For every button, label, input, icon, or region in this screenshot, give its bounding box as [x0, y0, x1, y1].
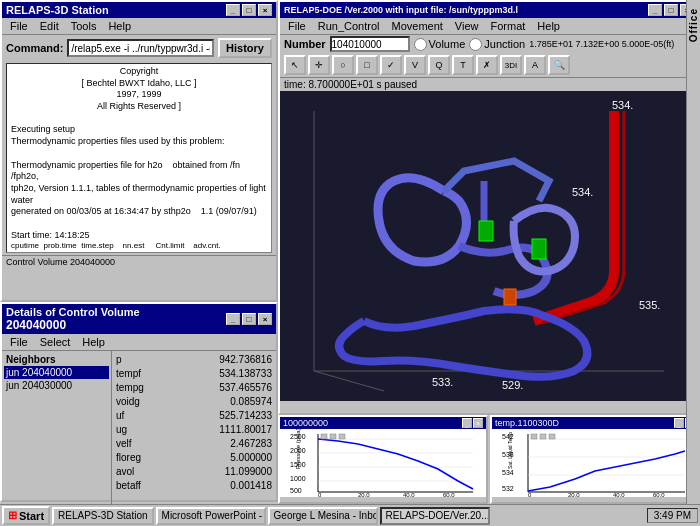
maximize-button[interactable]: □	[242, 4, 256, 16]
toolbar-check-btn[interactable]: ✓	[380, 55, 402, 75]
main-titlebar-buttons: _ □ ×	[226, 4, 272, 16]
taskbar-btn-3[interactable]: RELAPS-DOE/Ver.20...	[380, 507, 490, 525]
viewer-menu-run[interactable]: Run_Control	[314, 19, 384, 33]
history-button[interactable]: History	[218, 38, 272, 58]
svg-rect-30	[330, 434, 336, 439]
office-sidebar: Office	[686, 0, 700, 504]
taskbar-btn-2[interactable]: George L Mesina - Inbox -...	[268, 507, 378, 525]
cv-menu-select[interactable]: Select	[36, 335, 75, 349]
command-label: Command:	[6, 42, 63, 54]
menu-file[interactable]: File	[6, 19, 32, 33]
toolbar-arrow-btn[interactable]: ↖	[284, 55, 306, 75]
svg-rect-47	[531, 434, 537, 439]
number-label: Number	[284, 38, 326, 50]
volume-radio[interactable]	[414, 38, 427, 51]
office-label: Office	[688, 8, 699, 42]
svg-text:533.: 533.	[432, 376, 453, 388]
scene-svg: 534. 534. 533. 529. 535.	[280, 91, 698, 401]
junction-value: 1.785E+01 7.132E+00 5.000E-05(ft)	[529, 39, 674, 49]
cv-menu-help[interactable]: Help	[78, 335, 109, 349]
cv-neighbors-title: Neighbors	[4, 353, 109, 366]
svg-text:Pressure (psia): Pressure (psia)	[295, 429, 301, 469]
viewer-toolbar: ↖ ✛ ○ □ ✓ V Q T ✗ 3DI A 🔍	[280, 53, 698, 77]
viewer-minimize-button[interactable]: _	[648, 4, 662, 16]
viewer-menu-format[interactable]: Format	[487, 19, 530, 33]
svg-rect-48	[540, 434, 546, 439]
toolbar-v-btn[interactable]: V	[404, 55, 426, 75]
cv-menu-file[interactable]: File	[6, 335, 32, 349]
graph-temp-title: temp.1100300D	[495, 418, 559, 428]
graph-pressure-titlebar: 100000000 _ ×	[280, 417, 486, 429]
svg-text:534.: 534.	[612, 99, 633, 111]
toolbar-t-btn[interactable]: T	[452, 55, 474, 75]
main-window: RELAPS-3D Station _ □ × File Edit Tools …	[0, 0, 278, 302]
toolbar-circle-btn[interactable]: ○	[332, 55, 354, 75]
graphs-row: 100000000 _ × 2500 2000 1500 1000 500 Pr…	[278, 415, 700, 504]
cv-data-p: p 942.736816	[116, 353, 272, 367]
cv-data-betaff: betaff 0.001418	[116, 479, 272, 493]
cv-content: Neighbors jun 204040000 jun 204030000 p …	[2, 351, 276, 509]
graph2-minimize[interactable]: _	[674, 418, 684, 428]
viewer-menu-file[interactable]: File	[284, 19, 310, 33]
cv-data-floreg: floreg 5.000000	[116, 451, 272, 465]
cv-maximize-button[interactable]: □	[242, 313, 256, 325]
viewer-number-section: Number Volume Junction 1.785E+01 7.132E+…	[280, 35, 698, 53]
svg-rect-31	[339, 434, 345, 439]
toolbar-3di-btn[interactable]: 3DI	[500, 55, 522, 75]
graph1-minimize[interactable]: _	[462, 418, 472, 428]
number-input[interactable]	[330, 36, 410, 52]
cv-neighbors-panel: Neighbors jun 204040000 jun 204030000	[2, 351, 112, 509]
toolbar-x-btn[interactable]: ✗	[476, 55, 498, 75]
toolbar-select-btn[interactable]: ✛	[308, 55, 330, 75]
viewer-menu-view[interactable]: View	[451, 19, 483, 33]
toolbar-zoom-btn[interactable]: 🔍	[548, 55, 570, 75]
menu-help[interactable]: Help	[104, 19, 135, 33]
svg-text:20.0: 20.0	[358, 492, 370, 497]
svg-rect-5	[532, 239, 546, 259]
cv-data-panel: p 942.736816 tempf 534.138733 tempg 537.…	[112, 351, 276, 509]
svg-rect-6	[504, 289, 516, 305]
taskbar-btn-1[interactable]: Microsoft PowerPoint - [R...	[156, 507, 266, 525]
svg-text:60.0: 60.0	[443, 492, 455, 497]
menu-edit[interactable]: Edit	[36, 19, 63, 33]
toolbar-rect-btn[interactable]: □	[356, 55, 378, 75]
command-input[interactable]	[67, 39, 214, 57]
cv-data-tempf: tempf 534.138733	[116, 367, 272, 381]
svg-rect-29	[321, 434, 327, 439]
cv-neighbor-0[interactable]: jun 204040000	[4, 366, 109, 379]
start-button[interactable]: ⊞ Start	[2, 506, 50, 525]
svg-text:529.: 529.	[502, 379, 523, 391]
cv-minimize-button[interactable]: _	[226, 313, 240, 325]
viewer-maximize-button[interactable]: □	[664, 4, 678, 16]
main-output-text: Copyright [ Bechtel BWXT Idaho, LLC ] 19…	[11, 66, 267, 253]
menu-tools[interactable]: Tools	[67, 19, 101, 33]
taskbar-btn-0[interactable]: RELAPS-3D Station	[52, 507, 154, 525]
control-volume-status: Control Volume 204040000	[6, 257, 115, 267]
cv-title-text: Details of Control Volume 204040000	[6, 306, 140, 332]
toolbar-a-btn[interactable]: A	[524, 55, 546, 75]
graph1-close[interactable]: ×	[473, 418, 483, 428]
junction-radio[interactable]	[469, 38, 482, 51]
main-titlebar: RELAPS-3D Station _ □ ×	[2, 2, 276, 18]
cv-neighbor-1[interactable]: jun 204030000	[4, 379, 109, 392]
svg-text:532: 532	[502, 485, 514, 492]
windows-icon: ⊞	[8, 509, 17, 522]
svg-text:535.: 535.	[639, 299, 660, 311]
graph-pressure-canvas: 2500 2000 1500 1000 500 Pressure (psia) …	[280, 429, 486, 497]
main-content-area: Copyright [ Bechtel BWXT Idaho, LLC ] 19…	[6, 63, 272, 253]
volume-radio-option: Volume	[414, 38, 466, 51]
viewer-menu-help[interactable]: Help	[533, 19, 564, 33]
graph-pressure-window: 100000000 _ × 2500 2000 1500 1000 500 Pr…	[278, 415, 488, 504]
viewer-titlebar: RELAP5-DOE /Ver.2000 with input file: /s…	[280, 2, 698, 18]
close-button[interactable]: ×	[258, 4, 272, 16]
cv-close-button[interactable]: ×	[258, 313, 272, 325]
cv-window: Details of Control Volume 204040000 _ □ …	[0, 302, 278, 502]
minimize-button[interactable]: _	[226, 4, 240, 16]
graph-temp-titlebar: temp.1100300D _ ×	[492, 417, 698, 429]
junction-radio-option: Junction	[469, 38, 525, 51]
toolbar-q-btn[interactable]: Q	[428, 55, 450, 75]
graph-temp-canvas: 542 538 534 532 Sat. Liquid Temp 0 20.0 …	[492, 429, 698, 497]
viewer-title: RELAP5-DOE /Ver.2000 with input file: /s…	[284, 5, 518, 15]
viewer-menu-movement[interactable]: Movement	[388, 19, 447, 33]
scene-3d-canvas[interactable]: 534. 534. 533. 529. 535.	[280, 91, 698, 401]
